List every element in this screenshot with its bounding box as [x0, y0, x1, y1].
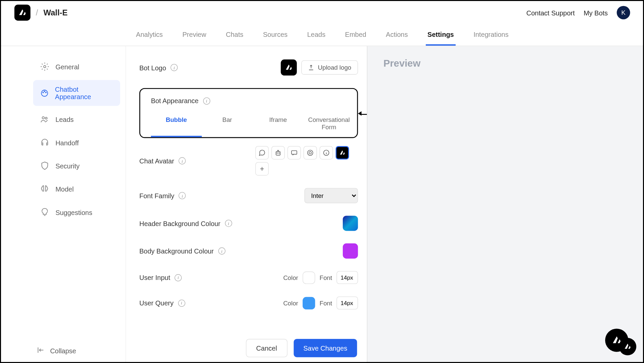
sidebar-label: Suggestions — [56, 208, 92, 216]
svg-point-7 — [42, 117, 45, 119]
info-icon[interactable]: i — [203, 97, 210, 104]
font-label: Font — [320, 299, 332, 306]
sidebar-label: Chatbot Appearance — [55, 85, 113, 100]
user-query-font-size[interactable] — [336, 296, 358, 309]
avatar-option-message[interactable] — [288, 146, 301, 159]
svg-marker-0 — [19, 9, 23, 15]
svg-point-15 — [308, 150, 313, 155]
bot-appearance-section: Bot Appearance i Bubble Bar Iframe Conve… — [139, 88, 358, 138]
info-icon[interactable]: i — [179, 192, 186, 199]
info-icon[interactable]: i — [225, 220, 232, 227]
svg-marker-9 — [286, 65, 290, 70]
bot-logo-preview — [281, 60, 297, 76]
sidebar: General Chatbot Appearance Leads Handoff… — [1, 46, 126, 363]
sidebar-label: Leads — [56, 116, 74, 123]
avatar-option-custom-logo[interactable] — [336, 146, 349, 159]
bot-name: Wall-E — [44, 8, 68, 17]
brain-icon — [40, 185, 49, 194]
sidebar-item-chatbot-appearance[interactable]: Chatbot Appearance — [33, 80, 120, 106]
font-label: Font — [320, 274, 332, 281]
sidebar-item-model[interactable]: Model — [33, 179, 120, 199]
preview-panel: Preview — [367, 46, 643, 363]
user-query-color-swatch[interactable] — [303, 297, 315, 309]
svg-point-4 — [43, 92, 44, 92]
cancel-button[interactable]: Cancel — [246, 339, 288, 357]
sidebar-label: Security — [56, 162, 80, 170]
appearance-tab-conversational-form[interactable]: Conversational Form — [304, 111, 354, 137]
svg-rect-11 — [276, 152, 280, 155]
user-input-label: User Input — [139, 274, 170, 281]
color-label: Color — [283, 274, 298, 281]
info-icon[interactable]: i — [178, 299, 185, 306]
body-bg-label: Body Background Colour — [139, 247, 214, 255]
tab-sources[interactable]: Sources — [261, 24, 289, 46]
page-chat-bubble[interactable] — [619, 338, 636, 355]
sidebar-item-general[interactable]: General — [33, 57, 120, 77]
sidebar-item-suggestions[interactable]: Suggestions — [33, 202, 120, 222]
users-icon — [40, 115, 49, 124]
svg-point-8 — [45, 117, 47, 119]
avatar-option-robot[interactable] — [271, 146, 285, 159]
svg-point-16 — [309, 152, 311, 154]
main-tabs: Analytics Preview Chats Sources Leads Em… — [1, 24, 644, 46]
svg-point-5 — [44, 91, 45, 91]
tab-actions[interactable]: Actions — [384, 24, 410, 46]
top-header: / Wall-E Contact Support My Bots K — [1, 1, 644, 24]
user-input-font-size[interactable] — [336, 271, 358, 284]
tab-settings[interactable]: Settings — [426, 24, 456, 46]
user-input-color-swatch[interactable] — [303, 271, 315, 284]
tab-preview[interactable]: Preview — [181, 24, 208, 46]
tab-embed[interactable]: Embed — [343, 24, 368, 46]
my-bots-link[interactable]: My Bots — [584, 9, 608, 16]
svg-marker-10 — [290, 67, 292, 70]
svg-point-2 — [44, 66, 46, 68]
svg-point-13 — [279, 153, 279, 153]
user-avatar[interactable]: K — [617, 6, 630, 19]
sidebar-item-leads[interactable]: Leads — [33, 110, 120, 129]
upload-icon — [308, 64, 314, 71]
info-icon[interactable]: i — [179, 157, 186, 164]
preview-title: Preview — [383, 58, 627, 69]
collapse-icon — [37, 346, 45, 355]
chat-avatar-label: Chat Avatar — [139, 157, 174, 165]
callout-arrow-icon — [358, 111, 361, 116]
svg-marker-22 — [625, 344, 628, 349]
sidebar-label: Model — [56, 185, 74, 193]
svg-point-12 — [277, 153, 277, 153]
appearance-tab-bar[interactable]: Bar — [202, 111, 253, 137]
avatar-option-support[interactable] — [304, 146, 317, 159]
info-icon[interactable]: i — [171, 64, 178, 71]
sidebar-label: General — [56, 63, 79, 71]
avatar-option-chat-bubble[interactable] — [255, 146, 269, 159]
svg-marker-23 — [628, 346, 631, 349]
header-bg-color-swatch[interactable] — [343, 216, 358, 231]
svg-rect-14 — [292, 151, 297, 154]
tab-analytics[interactable]: Analytics — [134, 24, 165, 46]
bot-logo-label: Bot Logo — [139, 64, 166, 71]
appearance-tab-bubble[interactable]: Bubble — [151, 111, 202, 137]
tab-chats[interactable]: Chats — [224, 24, 245, 46]
info-icon[interactable]: i — [175, 274, 182, 281]
avatar-option-add[interactable] — [255, 162, 269, 175]
chat-avatar-options — [255, 146, 358, 175]
tab-leads[interactable]: Leads — [305, 24, 327, 46]
avatar-option-info[interactable] — [320, 146, 333, 159]
body-bg-color-swatch[interactable] — [343, 243, 358, 259]
font-family-select[interactable]: Inter — [304, 188, 358, 203]
collapse-label: Collapse — [50, 347, 76, 355]
sidebar-item-handoff[interactable]: Handoff — [33, 133, 120, 152]
upload-logo-button[interactable]: Upload logo — [301, 60, 358, 75]
svg-marker-1 — [23, 12, 25, 15]
tab-integrations[interactable]: Integrations — [472, 24, 510, 46]
svg-point-6 — [46, 92, 46, 92]
palette-icon — [40, 88, 49, 97]
appearance-tab-iframe[interactable]: Iframe — [253, 111, 304, 137]
contact-support-link[interactable]: Contact Support — [526, 9, 575, 16]
collapse-sidebar[interactable]: Collapse — [37, 346, 76, 355]
font-family-label: Font Family — [139, 192, 174, 200]
bulb-icon — [40, 208, 49, 217]
save-changes-button[interactable]: Save Changes — [294, 339, 357, 357]
info-icon[interactable]: i — [218, 247, 225, 255]
sidebar-item-security[interactable]: Security — [33, 156, 120, 176]
sidebar-label: Handoff — [56, 139, 79, 146]
